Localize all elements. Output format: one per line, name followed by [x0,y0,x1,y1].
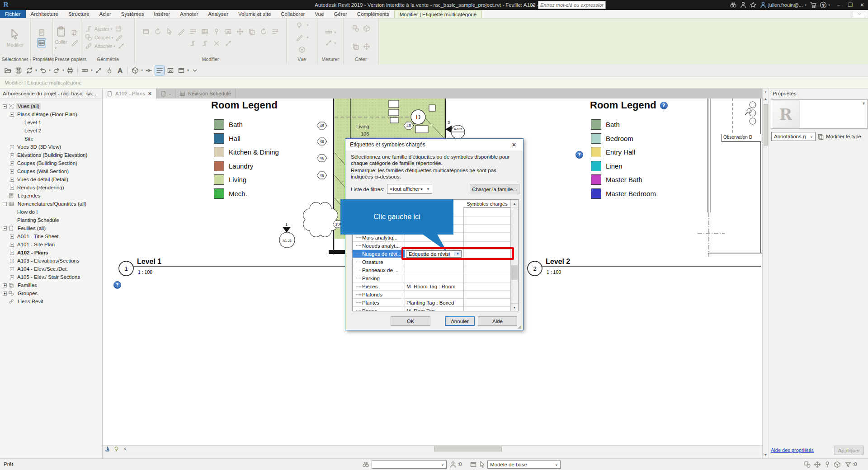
properties-help-link[interactable]: Aide des propriétés [771,447,814,453]
print-icon[interactable] [65,66,75,75]
type-selector[interactable]: R [771,99,868,129]
table-row-plafonds[interactable]: Plafonds [353,291,510,299]
search-expander-icon[interactable]: ▸ [532,0,534,10]
measure-dropdown-chevron-icon[interactable]: ▾ [91,68,93,72]
browser-item-planting-schedule[interactable]: Planting Schedule [0,216,102,224]
category-filter-dropdown[interactable]: Annotations g∨ [771,132,816,141]
undo-icon[interactable] [38,66,48,75]
browser-item-plans-d-tage-floor-plan-[interactable]: −Plans d'étage (Floor Plan) [0,110,102,118]
browser-item-a101-site-plan[interactable]: +A101 - Site Plan [0,240,102,249]
loaded-tag-cell[interactable] [405,266,463,274]
cope-icon[interactable] [114,24,123,33]
bend-icon[interactable] [153,27,162,36]
browser-item-a103-elevations-sections[interactable]: +A103 - Elevations/Sections [0,257,102,265]
browser-item-familles[interactable]: +Familles [0,281,102,289]
drawing-area[interactable]: Living 106 D 46 [103,99,762,445]
section-callout[interactable]: 1 A1-J3 [279,222,295,248]
loaded-symbol-cell[interactable] [463,291,510,298]
aligned-dimension-icon[interactable] [94,66,104,75]
reveal-hidden-elements-icon[interactable] [112,446,121,452]
category-cell[interactable]: Plantes [353,299,405,306]
text-icon[interactable] [115,66,125,75]
browser-item-vues-de-d-tail-detail-[interactable]: +Vues de détail (Detail) [0,175,102,183]
table-row-portes[interactable]: PortesM_Door Tag [353,307,510,311]
panel-label-geometry[interactable]: Géométrie [81,56,134,64]
mirror-icon[interactable] [189,39,198,48]
switch-windows-icon[interactable] [176,66,186,75]
ribbon-tab-syst-mes[interactable]: Systèmes [116,10,149,18]
ribbon-tab-ins-rer[interactable]: Insérer [149,10,175,18]
thin-lines-icon[interactable] [155,66,165,75]
dimension-icon[interactable] [324,38,333,47]
browser-item-groupes[interactable]: +Groupes [0,289,102,297]
panel-label-properties[interactable]: Propriétés [31,56,52,64]
loaded-symbol-cell[interactable] [463,274,510,282]
view-tab--[interactable]: - [156,89,175,99]
default-3d-view-icon[interactable] [130,66,140,75]
hscroll-thumb[interactable] [434,446,502,451]
column-header-symbols[interactable]: Symboles chargés [463,200,511,208]
expand-icon[interactable]: + [10,161,14,165]
browser-item-a104-elev-sec-det-[interactable]: +A104 - Elev./Sec./Det. [0,265,102,273]
panel-label-create[interactable]: Créer [344,56,378,64]
scroll-up-icon[interactable]: ▲ [763,95,769,102]
browser-item-el-vations-building-elevation-[interactable]: +Elévations (Building Elevation) [0,151,102,159]
browser-item-vues-3d-3d-view-[interactable]: +Vues 3D (3D View) [0,143,102,151]
signin-icon[interactable] [738,0,748,10]
browser-item-rendus-rendering-[interactable]: +Rendus (Rendering) [0,183,102,192]
ribbon-tab-modifier-etiquette-multicat-gorie[interactable]: Modifier | Etiquette multicatégorie [394,10,482,18]
demolish-icon[interactable] [117,42,126,51]
close-tab-icon[interactable]: ✕ [148,91,152,97]
scroll-down-icon[interactable]: ▼ [763,451,769,458]
rotate-icon[interactable] [259,27,268,36]
view-tab-a102-plans[interactable]: A102 - Plans✕ [103,89,156,99]
type-selector-chevron-icon[interactable]: ▼ [862,101,866,106]
ribbon-tab-structure[interactable]: Structure [63,10,94,18]
open-icon[interactable] [3,66,13,75]
collapse-icon[interactable]: − [3,104,7,108]
collapse-icon[interactable]: − [3,226,7,230]
view-title-level2[interactable]: 2 Level 2 1 : 100 [528,258,761,276]
browser-item-coupes-wall-section-[interactable]: +Coupes (Wall Section) [0,167,102,175]
match-properties-icon[interactable] [70,38,79,47]
close-hidden-windows-icon[interactable] [165,66,175,75]
category-cell[interactable]: Portes [353,307,405,311]
section-icon[interactable] [144,66,154,75]
design-option-pick-icon[interactable] [469,461,477,468]
loaded-symbol-cell[interactable] [463,242,510,249]
browser-item-a001-title-sheet[interactable]: +A001 - Title Sheet [0,232,102,240]
browser-item-feuilles-all-[interactable]: −Feuilles (all) [0,224,102,232]
loaded-tag-cell[interactable] [405,291,463,298]
linework-icon[interactable] [295,33,304,42]
browser-item-how-do-i[interactable]: How do I [0,208,102,216]
select-pinned-icon[interactable] [823,461,831,468]
redo-dropdown-chevron-icon[interactable]: ▾ [62,68,64,72]
search-input[interactable] [538,1,606,9]
loaded-tag-cell[interactable] [405,274,463,282]
revit-logo-icon[interactable]: R [0,0,12,10]
category-cell[interactable]: Pièces [353,282,405,290]
save-icon[interactable] [14,66,24,75]
loaded-symbol-cell[interactable] [463,258,510,266]
offset-icon[interactable] [189,27,198,36]
loaded-tag-cell[interactable] [405,258,463,266]
browser-item-vues-all-[interactable]: −Vues (all) [0,102,102,110]
scroll-down-icon[interactable]: ▼ [511,303,518,311]
filter-icon[interactable] [844,461,852,468]
user-avatar-icon[interactable] [758,0,768,10]
table-row-parking[interactable]: Parking [353,274,510,282]
copy-icon[interactable] [247,27,256,36]
resize-grip[interactable]: ◢ [518,324,522,329]
modify-button[interactable]: Modifier [7,28,24,47]
create-assembly-icon[interactable] [362,42,371,51]
loaded-symbol-cell[interactable] [463,299,510,306]
close-button[interactable]: ✕ [856,0,868,10]
ribbon-tab-acier[interactable]: Acier [94,10,116,18]
browser-item-coupes-building-section-[interactable]: +Coupes (Building Section) [0,159,102,167]
panel-label-clipboard[interactable]: Presse-papiers [53,56,81,64]
wall-opening-icon[interactable] [224,27,233,36]
ok-button[interactable]: OK [391,316,430,326]
create-group-icon[interactable] [351,24,360,33]
loaded-symbol-cell[interactable] [463,266,510,274]
category-cell[interactable]: Noeuds analyt... [353,242,405,249]
